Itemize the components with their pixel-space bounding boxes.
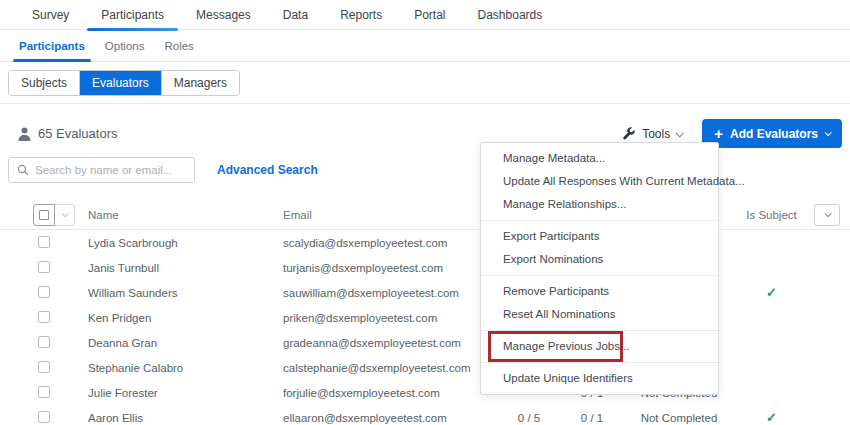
tools-label: Tools (642, 127, 670, 141)
participant-email: scalydia@dsxemployeetest.com (283, 237, 498, 249)
menu-group: Manage Previous Jobs... (481, 330, 718, 362)
add-evaluators-label: Add Evaluators (730, 127, 818, 141)
participant-name: Lydia Scarbrough (88, 237, 283, 249)
is-subject-cell: ✓ (734, 285, 809, 300)
person-icon (18, 127, 31, 141)
row-checkbox[interactable] (38, 236, 50, 248)
participant-email: forjulie@dsxemployeetest.com (283, 387, 498, 399)
participant-name: Janis Turnbull (88, 262, 283, 274)
segment-evaluators[interactable]: Evaluators (80, 71, 162, 95)
table-row: Ken Pridgenpriken@dsxemployeetest.com (0, 305, 850, 330)
subnav-tab-participants[interactable]: Participants (13, 30, 91, 61)
nav-tab-survey[interactable]: Survey (16, 0, 85, 29)
add-evaluators-button[interactable]: + Add Evaluators (702, 119, 842, 148)
check-icon: ✓ (766, 410, 777, 425)
menu-group: Manage Metadata...Update All Responses W… (481, 143, 718, 220)
menu-group: Update Unique Identifiers (481, 362, 718, 394)
chevron-down-icon (676, 129, 684, 137)
wrench-icon (622, 127, 636, 141)
menu-item-update-unique-identifiers[interactable]: Update Unique Identifiers (481, 367, 718, 390)
table-body: Lydia Scarbroughscalydia@dsxemployeetest… (0, 230, 850, 425)
sub-nav: Participants Options Roles (0, 30, 850, 62)
menu-group: Remove ParticipantsReset All Nominations (481, 275, 718, 330)
is-subject-cell: ✓ (734, 410, 809, 425)
select-all-checkbox[interactable] (33, 204, 55, 226)
row-checkbox[interactable] (38, 336, 50, 348)
table-row: Janis Turnbullturjanis@dsxemployeetest.c… (0, 255, 850, 280)
column-header-email[interactable]: Email (283, 209, 498, 221)
segment-subjects[interactable]: Subjects (9, 71, 80, 95)
column-options-button[interactable] (814, 204, 840, 226)
row-checkbox[interactable] (38, 386, 50, 398)
participant-email: priken@dsxemployeetest.com (283, 312, 498, 324)
menu-item-remove-participants[interactable]: Remove Participants (481, 280, 718, 303)
nav-tab-dashboards[interactable]: Dashboards (462, 0, 559, 29)
advanced-search-link[interactable]: Advanced Search (217, 163, 318, 177)
annotation-red-box (488, 331, 623, 362)
participant-name: William Saunders (88, 287, 283, 299)
participant-email: turjanis@dsxemployeetest.com (283, 262, 498, 274)
nav-tab-participants[interactable]: Participants (85, 0, 180, 29)
status-cell: Not Completed (624, 412, 734, 424)
evaluator-count: 65 Evaluators (38, 126, 118, 141)
participant-name: Julie Forester (88, 387, 283, 399)
menu-item-manage-metadata[interactable]: Manage Metadata... (481, 147, 718, 170)
nav-tab-portal[interactable]: Portal (398, 0, 461, 29)
row-checkbox[interactable] (38, 286, 50, 298)
plus-icon: + (714, 126, 723, 141)
row-checkbox[interactable] (38, 311, 50, 323)
tools-dropdown-menu: Manage Metadata...Update All Responses W… (480, 142, 719, 395)
row-checkbox[interactable] (38, 261, 50, 273)
row-checkbox[interactable] (38, 411, 50, 423)
nominations-cell: 0 / 5 (498, 412, 560, 424)
nav-tab-reports[interactable]: Reports (324, 0, 398, 29)
row-checkbox[interactable] (38, 361, 50, 373)
menu-item-update-all-responses-with-current-metadata[interactable]: Update All Responses With Current Metada… (481, 170, 718, 193)
tools-button[interactable]: Tools (622, 127, 682, 141)
nav-tab-data[interactable]: Data (267, 0, 324, 29)
search-input[interactable] (35, 164, 186, 176)
table-row: Aaron Ellisellaaron@dsxemployeetest.com0… (0, 405, 850, 425)
participant-name: Ken Pridgen (88, 312, 283, 324)
nav-tab-messages[interactable]: Messages (180, 0, 267, 29)
search-box[interactable] (8, 157, 195, 183)
participant-email: calstephanie@dsxemployeetest.com (283, 362, 498, 374)
segmented-row: Subjects Evaluators Managers (0, 62, 850, 104)
select-all-dropdown[interactable] (55, 204, 75, 226)
table-row: Julie Foresterforjulie@dsxemployeetest.c… (0, 380, 850, 405)
evaluations-cell: 0 / 1 (560, 412, 624, 424)
menu-item-manage-relationships[interactable]: Manage Relationships... (481, 193, 718, 216)
participant-name: Aaron Ellis (88, 412, 283, 424)
search-icon (17, 164, 29, 176)
participant-type-switcher: Subjects Evaluators Managers (8, 70, 240, 96)
table-row: Lydia Scarbroughscalydia@dsxemployeetest… (0, 230, 850, 255)
participant-email: gradeanna@dsxemployeetest.com (283, 337, 498, 349)
participant-email: sauwilliam@dsxemployeetest.com (283, 287, 498, 299)
menu-item-export-nominations[interactable]: Export Nominations (481, 248, 718, 271)
table-row: Stephanie Calabrocalstephanie@dsxemploye… (0, 355, 850, 380)
participant-name: Deanna Gran (88, 337, 283, 349)
column-header-name[interactable]: Name (88, 209, 283, 221)
chevron-down-icon (825, 129, 832, 136)
table-row: Deanna Grangradeanna@dsxemployeetest.com (0, 330, 850, 355)
table-header: Name Email Is Subject (0, 200, 850, 230)
select-all-control (33, 204, 88, 226)
count-row: 65 Evaluators Tools + Add Evaluators (0, 104, 850, 150)
menu-item-export-participants[interactable]: Export Participants (481, 225, 718, 248)
participant-name: Stephanie Calabro (88, 362, 283, 374)
check-icon: ✓ (766, 285, 777, 300)
table-row: William Saunderssauwilliam@dsxemployeete… (0, 280, 850, 305)
segment-managers[interactable]: Managers (162, 71, 239, 95)
menu-item-manage-previous-jobs[interactable]: Manage Previous Jobs... (481, 335, 718, 358)
subnav-tab-options[interactable]: Options (99, 30, 151, 61)
menu-item-reset-all-nominations[interactable]: Reset All Nominations (481, 303, 718, 326)
participant-email: ellaaron@dsxemployeetest.com (283, 412, 498, 424)
main-nav: Survey Participants Messages Data Report… (0, 0, 850, 30)
column-header-is-subject[interactable]: Is Subject (734, 209, 809, 221)
menu-group: Export ParticipantsExport Nominations (481, 220, 718, 275)
subnav-tab-roles[interactable]: Roles (158, 30, 199, 61)
